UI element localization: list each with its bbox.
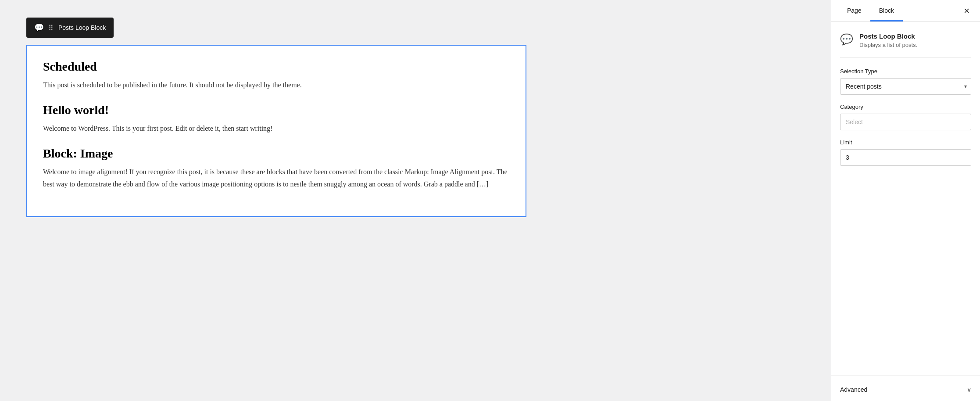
block-info-text: Posts Loop Block Displays a list of post… xyxy=(859,32,917,48)
block-toolbar-icon: 💬 xyxy=(34,23,44,32)
sidebar-divider xyxy=(831,376,980,376)
advanced-header[interactable]: Advanced ∨ xyxy=(831,378,980,401)
drag-handle-icon[interactable]: ⠿ xyxy=(48,24,54,32)
sidebar-content: 💬 Posts Loop Block Displays a list of po… xyxy=(831,22,980,374)
block-toolbar-title: Posts Loop Block xyxy=(58,24,106,31)
chevron-down-icon: ∨ xyxy=(967,386,971,393)
post-title-1: Scheduled xyxy=(43,60,510,74)
limit-field: Limit xyxy=(840,139,971,166)
post-excerpt-1: This post is scheduled to be published i… xyxy=(43,79,510,91)
close-button[interactable]: × xyxy=(960,3,973,19)
block-description: Displays a list of posts. xyxy=(859,42,917,48)
advanced-section: Advanced ∨ xyxy=(831,378,980,401)
posts-loop-block: Scheduled This post is scheduled to be p… xyxy=(26,45,526,217)
block-info-icon: 💬 xyxy=(840,33,853,46)
post-title-3: Block: Image xyxy=(43,147,510,161)
category-label: Category xyxy=(840,104,971,110)
sidebar-tabs: Page Block × xyxy=(831,0,980,22)
tab-block[interactable]: Block xyxy=(870,0,903,21)
category-input[interactable] xyxy=(840,114,971,130)
post-entry-1: Scheduled This post is scheduled to be p… xyxy=(43,60,510,91)
block-name: Posts Loop Block xyxy=(859,32,917,40)
block-info: 💬 Posts Loop Block Displays a list of po… xyxy=(840,32,971,57)
post-entry-2: Hello world! Welcome to WordPress. This … xyxy=(43,103,510,134)
selection-type-select[interactable]: Recent posts Select by category Select b… xyxy=(840,78,971,95)
limit-label: Limit xyxy=(840,139,971,146)
selection-type-field: Selection Type Recent posts Select by ca… xyxy=(840,68,971,95)
post-entry-3: Block: Image Welcome to image alignment!… xyxy=(43,147,510,190)
post-title-2: Hello world! xyxy=(43,103,510,117)
sidebar: Page Block × 💬 Posts Loop Block Displays… xyxy=(831,0,980,401)
advanced-label: Advanced xyxy=(840,386,867,393)
limit-input[interactable] xyxy=(840,149,971,166)
post-excerpt-3: Welcome to image alignment! If you recog… xyxy=(43,166,510,190)
post-excerpt-2: Welcome to WordPress. This is your first… xyxy=(43,122,510,134)
selection-type-select-wrapper: Recent posts Select by category Select b… xyxy=(840,78,971,95)
selection-type-label: Selection Type xyxy=(840,68,971,75)
category-field: Category xyxy=(840,104,971,130)
editor-area: 💬 ⠿ Posts Loop Block Scheduled This post… xyxy=(0,0,831,401)
tab-page[interactable]: Page xyxy=(838,0,870,21)
block-toolbar[interactable]: 💬 ⠿ Posts Loop Block xyxy=(26,18,114,38)
